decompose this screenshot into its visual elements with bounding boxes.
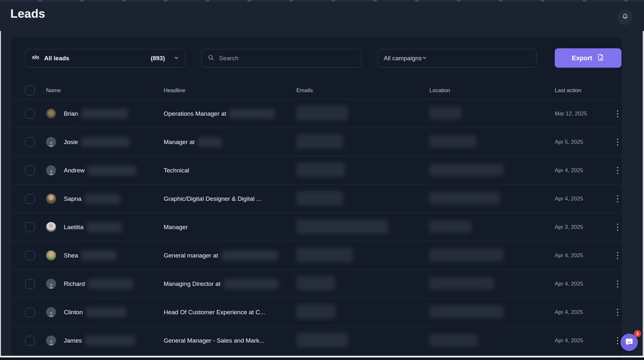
avatar	[46, 307, 56, 317]
row-checkbox[interactable]	[25, 109, 35, 119]
row-checkbox[interactable]	[25, 222, 35, 232]
table-row[interactable]: James General Manager - Sales and Mark..…	[11, 326, 622, 355]
lead-headline: Technical	[164, 167, 189, 174]
export-button-label: Export	[572, 54, 592, 62]
lead-headline: General Manager - Sales and Mark...	[164, 337, 264, 344]
table-row[interactable]: Sapna Graphic/Digital Designer & Digital…	[11, 185, 622, 213]
redacted-email	[296, 134, 343, 149]
leads-page: Leads All leads (893)	[0, 0, 644, 360]
redacted-email	[296, 219, 388, 234]
table-row[interactable]: Laetitia Manager Apr 3, 2025	[11, 213, 622, 241]
leads-filter-label: All leads	[44, 55, 69, 62]
row-checkbox[interactable]	[25, 307, 35, 317]
row-checkbox[interactable]	[25, 279, 35, 289]
avatar	[46, 336, 56, 345]
avatar	[46, 279, 56, 289]
campaigns-filter-dropdown[interactable]: All campaigns	[378, 49, 537, 68]
redacted-company	[221, 251, 278, 260]
redacted-email	[296, 191, 343, 205]
lead-first-name: Andrew	[64, 167, 84, 174]
select-all-checkbox[interactable]	[25, 86, 35, 95]
row-actions-menu-button[interactable]	[612, 107, 623, 120]
redacted-location	[429, 107, 462, 119]
lead-headline: Managing Director at	[164, 280, 220, 287]
redacted-company	[224, 279, 278, 289]
avatar	[46, 194, 56, 204]
last-action-date: Apr 4, 2025	[555, 252, 612, 259]
chevron-down-icon	[174, 55, 179, 62]
row-actions-menu-button[interactable]	[612, 249, 623, 262]
lead-first-name: Richard	[64, 280, 85, 287]
column-header-headline: Headline	[164, 87, 296, 94]
last-action-date: Apr 5, 2025	[555, 139, 612, 145]
campaigns-filter-label: All campaigns	[384, 55, 422, 62]
leads-card: All leads (893) All campaigns Export	[11, 37, 622, 356]
window-edge-bottom-dark	[0, 357, 644, 360]
lead-first-name: Shea	[64, 252, 78, 259]
row-checkbox[interactable]	[25, 166, 35, 175]
people-icon	[31, 54, 40, 63]
redacted-email	[296, 248, 353, 262]
table-row[interactable]: Clinton Head Of Customer Experience at C…	[11, 298, 622, 326]
table-row[interactable]: Shea General manager at Apr 4, 2025	[11, 241, 622, 270]
table-body: Brian Operations Manager at Mar 12, 2025…	[11, 100, 622, 355]
row-checkbox[interactable]	[25, 194, 35, 204]
redacted-last-name	[88, 279, 133, 289]
column-header-location: Location	[429, 87, 555, 94]
row-actions-menu-button[interactable]	[612, 192, 623, 205]
leads-filter-dropdown[interactable]: All leads (893)	[25, 49, 185, 68]
last-action-date: Apr 4, 2025	[555, 281, 612, 287]
redacted-location	[429, 277, 494, 289]
last-action-date: Apr 4, 2025	[555, 337, 612, 344]
column-header-last-action: Last action	[555, 87, 612, 94]
lead-headline: Manager	[164, 224, 188, 231]
last-action-date: Mar 12, 2025	[555, 111, 612, 117]
search-icon	[207, 54, 215, 63]
redacted-last-name	[81, 109, 128, 119]
window-edge-artifact	[0, 0, 644, 2]
redacted-last-name	[86, 307, 126, 317]
file-export-icon	[597, 54, 604, 63]
lead-headline: General manager at	[164, 252, 218, 259]
redacted-company	[198, 137, 222, 147]
row-actions-menu-button[interactable]	[612, 221, 623, 234]
last-action-date: Apr 4, 2025	[555, 309, 612, 316]
row-checkbox[interactable]	[25, 336, 35, 345]
search-input[interactable]	[219, 55, 355, 62]
redacted-location	[429, 220, 471, 233]
redacted-company	[229, 109, 274, 119]
redacted-last-name	[87, 222, 122, 232]
table-row[interactable]: Andrew Technical Apr 4, 2025	[11, 156, 622, 185]
page-title: Leads	[10, 7, 45, 21]
redacted-last-name	[85, 194, 120, 204]
row-checkbox[interactable]	[25, 137, 35, 147]
lead-first-name: Josie	[64, 139, 78, 146]
lead-first-name: Brian	[64, 110, 78, 117]
last-action-date: Apr 4, 2025	[555, 196, 612, 202]
lead-first-name: Sapna	[64, 195, 82, 202]
row-checkbox[interactable]	[25, 251, 35, 260]
table-row[interactable]: Josie Manager at Apr 5, 2025	[11, 128, 622, 156]
redacted-location	[429, 135, 476, 148]
lead-headline: Graphic/Digital Designer & Digital ...	[164, 195, 261, 202]
leads-count: (893)	[151, 55, 165, 62]
redacted-location	[429, 192, 500, 204]
table-row[interactable]: Brian Operations Manager at Mar 12, 2025	[11, 100, 622, 128]
redacted-location	[429, 249, 504, 261]
redacted-location	[429, 164, 504, 176]
chat-bubble-icon	[625, 337, 634, 347]
redacted-email	[296, 305, 335, 319]
export-button[interactable]: Export	[555, 48, 621, 68]
redacted-email	[296, 333, 348, 347]
table-row[interactable]: Richard Managing Director at Apr 4, 2025	[11, 270, 622, 298]
search-field[interactable]	[201, 49, 361, 68]
row-actions-menu-button[interactable]	[612, 277, 623, 290]
row-actions-menu-button[interactable]	[612, 136, 623, 149]
window-edge-right	[643, 31, 644, 356]
row-actions-menu-button[interactable]	[612, 306, 623, 319]
lead-first-name: Clinton	[64, 309, 83, 316]
lead-headline: Manager at	[164, 139, 195, 146]
row-actions-menu-button[interactable]	[612, 164, 623, 177]
lead-first-name: James	[64, 337, 82, 344]
notifications-button[interactable]	[617, 10, 633, 25]
